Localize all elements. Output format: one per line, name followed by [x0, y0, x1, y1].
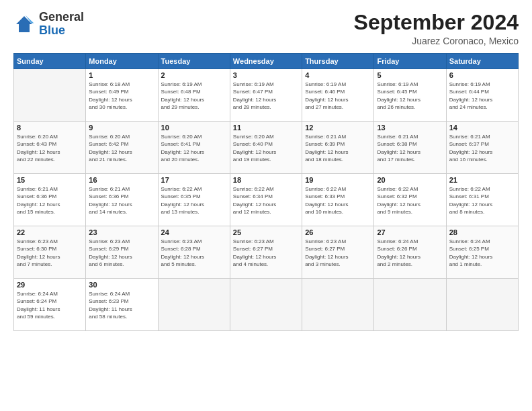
table-row: 30Sunrise: 6:24 AM Sunset: 6:23 PM Dayli… — [86, 279, 158, 331]
day-number: 16 — [89, 176, 154, 184]
day-number: 1 — [89, 71, 154, 79]
col-sunday: Sunday — [14, 54, 86, 69]
table-row — [158, 279, 230, 331]
day-number: 3 — [233, 71, 299, 79]
table-row: 13Sunrise: 6:21 AM Sunset: 6:38 PM Dayli… — [374, 122, 446, 174]
month-title: September 2024 — [354, 11, 519, 34]
day-info: Sunrise: 6:19 AM Sunset: 6:46 PM Dayligh… — [305, 81, 371, 111]
day-info: Sunrise: 6:19 AM Sunset: 6:47 PM Dayligh… — [233, 81, 299, 111]
day-number: 28 — [449, 228, 515, 236]
calendar-table: Sunday Monday Tuesday Wednesday Thursday… — [13, 53, 519, 331]
day-number: 25 — [233, 228, 299, 236]
table-row: 15Sunrise: 6:21 AM Sunset: 6:36 PM Dayli… — [14, 174, 86, 226]
table-row: 16Sunrise: 6:21 AM Sunset: 6:36 PM Dayli… — [86, 174, 158, 226]
day-number: 23 — [89, 228, 154, 236]
table-row: 9Sunrise: 6:20 AM Sunset: 6:42 PM Daylig… — [86, 122, 158, 174]
table-row: 26Sunrise: 6:23 AM Sunset: 6:27 PM Dayli… — [302, 226, 374, 279]
table-row: 29Sunrise: 6:24 AM Sunset: 6:24 PM Dayli… — [14, 279, 86, 331]
table-row: 10Sunrise: 6:20 AM Sunset: 6:41 PM Dayli… — [158, 122, 230, 174]
day-info: Sunrise: 6:21 AM Sunset: 6:36 PM Dayligh… — [17, 185, 83, 216]
day-number: 11 — [233, 124, 299, 132]
logo-text: General Blue — [39, 11, 84, 38]
title-block: September 2024 Juarez Coronaco, Mexico — [354, 11, 519, 46]
table-row — [302, 279, 374, 331]
day-info: Sunrise: 6:22 AM Sunset: 6:33 PM Dayligh… — [305, 185, 371, 216]
day-info: Sunrise: 6:22 AM Sunset: 6:34 PM Dayligh… — [233, 185, 299, 216]
day-info: Sunrise: 6:21 AM Sunset: 6:37 PM Dayligh… — [449, 133, 515, 163]
day-number: 10 — [161, 124, 227, 132]
table-row: 14Sunrise: 6:21 AM Sunset: 6:37 PM Dayli… — [446, 122, 518, 174]
day-info: Sunrise: 6:20 AM Sunset: 6:42 PM Dayligh… — [89, 133, 154, 163]
day-number: 8 — [17, 124, 83, 132]
day-number: 14 — [449, 124, 515, 132]
day-info: Sunrise: 6:20 AM Sunset: 6:40 PM Dayligh… — [233, 133, 299, 163]
table-row — [14, 69, 86, 122]
day-number: 15 — [17, 176, 83, 184]
day-info: Sunrise: 6:19 AM Sunset: 6:48 PM Dayligh… — [161, 81, 227, 111]
table-row: 1Sunrise: 6:18 AM Sunset: 6:49 PM Daylig… — [86, 69, 158, 122]
table-row: 18Sunrise: 6:22 AM Sunset: 6:34 PM Dayli… — [230, 174, 302, 226]
day-info: Sunrise: 6:20 AM Sunset: 6:41 PM Dayligh… — [161, 133, 227, 163]
day-info: Sunrise: 6:20 AM Sunset: 6:43 PM Dayligh… — [17, 133, 83, 163]
day-info: Sunrise: 6:22 AM Sunset: 6:31 PM Dayligh… — [449, 185, 515, 216]
day-info: Sunrise: 6:21 AM Sunset: 6:38 PM Dayligh… — [377, 133, 443, 163]
table-row: 19Sunrise: 6:22 AM Sunset: 6:33 PM Dayli… — [302, 174, 374, 226]
day-info: Sunrise: 6:22 AM Sunset: 6:32 PM Dayligh… — [377, 185, 443, 216]
table-row: 11Sunrise: 6:20 AM Sunset: 6:40 PM Dayli… — [230, 122, 302, 174]
day-number: 19 — [305, 176, 371, 184]
col-monday: Monday — [86, 54, 158, 69]
day-number: 27 — [377, 228, 443, 236]
day-number: 17 — [161, 176, 227, 184]
table-row — [446, 279, 518, 331]
logo-icon — [13, 13, 35, 35]
table-row: 25Sunrise: 6:23 AM Sunset: 6:27 PM Dayli… — [230, 226, 302, 279]
day-number: 29 — [17, 281, 83, 289]
day-info: Sunrise: 6:18 AM Sunset: 6:49 PM Dayligh… — [89, 81, 154, 111]
day-number: 20 — [377, 176, 443, 184]
day-number: 6 — [449, 71, 515, 79]
table-row: 12Sunrise: 6:21 AM Sunset: 6:39 PM Dayli… — [302, 122, 374, 174]
day-info: Sunrise: 6:19 AM Sunset: 6:44 PM Dayligh… — [449, 81, 515, 111]
logo: General Blue — [13, 11, 84, 38]
col-wednesday: Wednesday — [230, 54, 302, 69]
day-number: 24 — [161, 228, 227, 236]
day-info: Sunrise: 6:24 AM Sunset: 6:23 PM Dayligh… — [89, 290, 154, 320]
day-info: Sunrise: 6:23 AM Sunset: 6:27 PM Dayligh… — [305, 238, 371, 268]
table-row: 4Sunrise: 6:19 AM Sunset: 6:46 PM Daylig… — [302, 69, 374, 122]
col-saturday: Saturday — [446, 54, 518, 69]
table-row — [230, 279, 302, 331]
col-thursday: Thursday — [302, 54, 374, 69]
day-info: Sunrise: 6:21 AM Sunset: 6:39 PM Dayligh… — [305, 133, 371, 163]
day-number: 2 — [161, 71, 227, 79]
table-row: 8Sunrise: 6:20 AM Sunset: 6:43 PM Daylig… — [14, 122, 86, 174]
table-row: 5Sunrise: 6:19 AM Sunset: 6:45 PM Daylig… — [374, 69, 446, 122]
day-info: Sunrise: 6:23 AM Sunset: 6:30 PM Dayligh… — [17, 238, 83, 268]
table-row: 2Sunrise: 6:19 AM Sunset: 6:48 PM Daylig… — [158, 69, 230, 122]
col-tuesday: Tuesday — [158, 54, 230, 69]
day-info: Sunrise: 6:24 AM Sunset: 6:24 PM Dayligh… — [17, 290, 83, 320]
col-friday: Friday — [374, 54, 446, 69]
svg-marker-0 — [16, 16, 32, 32]
table-row — [374, 279, 446, 331]
table-row: 21Sunrise: 6:22 AM Sunset: 6:31 PM Dayli… — [446, 174, 518, 226]
table-row: 3Sunrise: 6:19 AM Sunset: 6:47 PM Daylig… — [230, 69, 302, 122]
day-info: Sunrise: 6:23 AM Sunset: 6:29 PM Dayligh… — [89, 238, 154, 268]
day-info: Sunrise: 6:19 AM Sunset: 6:45 PM Dayligh… — [377, 81, 443, 111]
day-number: 9 — [89, 124, 154, 132]
table-row: 20Sunrise: 6:22 AM Sunset: 6:32 PM Dayli… — [374, 174, 446, 226]
table-row: 27Sunrise: 6:24 AM Sunset: 6:26 PM Dayli… — [374, 226, 446, 279]
day-info: Sunrise: 6:24 AM Sunset: 6:26 PM Dayligh… — [377, 238, 443, 268]
day-info: Sunrise: 6:24 AM Sunset: 6:25 PM Dayligh… — [449, 238, 515, 268]
day-number: 4 — [305, 71, 371, 79]
day-info: Sunrise: 6:23 AM Sunset: 6:28 PM Dayligh… — [161, 238, 227, 268]
table-row: 17Sunrise: 6:22 AM Sunset: 6:35 PM Dayli… — [158, 174, 230, 226]
day-number: 18 — [233, 176, 299, 184]
day-number: 30 — [89, 281, 154, 289]
table-row: 22Sunrise: 6:23 AM Sunset: 6:30 PM Dayli… — [14, 226, 86, 279]
day-info: Sunrise: 6:21 AM Sunset: 6:36 PM Dayligh… — [89, 185, 154, 216]
day-number: 12 — [305, 124, 371, 132]
day-info: Sunrise: 6:22 AM Sunset: 6:35 PM Dayligh… — [161, 185, 227, 216]
table-row: 24Sunrise: 6:23 AM Sunset: 6:28 PM Dayli… — [158, 226, 230, 279]
day-number: 13 — [377, 124, 443, 132]
day-info: Sunrise: 6:23 AM Sunset: 6:27 PM Dayligh… — [233, 238, 299, 268]
